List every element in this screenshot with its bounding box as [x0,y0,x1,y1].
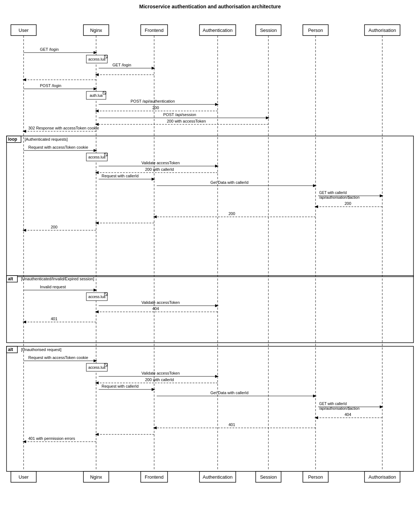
svg-text:access.lua: access.lua [88,295,106,299]
svg-text:Person: Person [308,474,323,480]
svg-text:loop: loop [8,137,17,142]
svg-text:User: User [18,474,29,480]
svg-rect-57 [7,136,413,277]
svg-text:Validate accessToken: Validate accessToken [141,371,180,375]
svg-marker-136 [313,395,317,397]
svg-text:Get Data with callerId: Get Data with callerId [210,391,248,395]
svg-text:Validate accessToken: Validate accessToken [141,161,180,165]
svg-marker-78 [313,184,317,187]
svg-text:Frontend: Frontend [145,28,164,33]
svg-text:[Unauthorised request]: [Unauthorised request] [21,347,61,352]
svg-text:200: 200 [345,201,351,206]
svg-text:GET /login: GET /login [112,63,131,67]
svg-marker-88 [153,215,157,218]
svg-text:[Authenticated requests]: [Authenticated requests] [25,137,68,141]
svg-text:Frontend: Frontend [145,474,164,480]
svg-text:Session: Session [260,474,277,480]
svg-marker-36 [94,87,97,90]
svg-marker-100 [94,289,97,292]
svg-marker-55 [22,130,26,133]
svg-text:200 with callerId: 200 with callerId [145,167,174,172]
svg-text:Request with callerId: Request with callerId [102,384,139,388]
svg-marker-32 [95,73,99,76]
svg-text:200: 200 [228,211,235,216]
svg-marker-91 [95,222,99,224]
svg-marker-107 [215,304,219,307]
svg-marker-93 [22,229,26,232]
svg-text:200: 200 [51,225,57,229]
svg-text:Get Data with callerId: Get Data with callerId [210,180,248,185]
svg-text:access.lua: access.lua [88,155,106,159]
svg-text:GET with callerId: GET with callerId [319,191,347,195]
svg-text:401 with permission errors: 401 with permission errors [28,436,75,441]
svg-text:GET with callerId: GET with callerId [319,402,347,406]
svg-text:POST /api/authentication: POST /api/authentication [131,99,175,103]
svg-marker-49 [266,116,269,119]
svg-marker-149 [95,433,99,436]
svg-marker-151 [22,440,26,443]
svg-marker-133 [152,388,155,391]
svg-text:200: 200 [152,106,159,110]
svg-text:Authentication: Authentication [203,28,232,33]
svg-text:401: 401 [228,422,235,427]
svg-text:Nginx: Nginx [90,474,102,480]
diagram-container: Microservice authentication and authoris… [0,0,420,497]
svg-text:alt: alt [8,347,13,352]
svg-text:Validate accessToken: Validate accessToken [141,300,180,305]
svg-text:POST /login: POST /login [40,83,61,88]
svg-text:Authorisation: Authorisation [368,28,396,33]
svg-marker-127 [215,375,219,378]
svg-marker-69 [215,165,219,168]
svg-marker-29 [152,67,155,70]
svg-marker-81 [380,194,383,197]
svg-text:Invalid request: Invalid request [40,285,66,289]
svg-text:access.lua: access.lua [88,57,106,61]
svg-text:404: 404 [345,412,351,417]
svg-text:Session: Session [260,28,277,33]
svg-marker-75 [152,178,155,181]
svg-text:access.lua: access.lua [88,366,106,370]
svg-marker-146 [153,426,157,429]
svg-text:Request with accessToken cooki: Request with accessToken cookie [28,145,88,149]
diagram-title: Microservice authentication and authoris… [4,4,416,9]
svg-marker-34 [22,78,26,81]
svg-text:POST /api/session: POST /api/session [163,112,196,117]
svg-marker-85 [314,205,318,208]
svg-text:Person: Person [308,28,323,33]
svg-text:200 with callerId: 200 with callerId [145,377,174,382]
svg-marker-43 [215,103,219,106]
svg-text:302 Response with accessToken : 302 Response with accessToken cookie [28,126,99,130]
svg-text:User: User [18,28,29,33]
svg-text:401: 401 [51,317,57,321]
svg-text:200 with accessToken: 200 with accessToken [167,119,206,123]
svg-text:alt: alt [8,276,13,281]
sequence-diagram: User Nginx Frontend Authentication Sessi… [4,15,416,490]
svg-text:[Unauthenticated/Invalid/Expir: [Unauthenticated/Invalid/Expired session… [21,277,94,281]
svg-rect-95 [7,276,413,343]
svg-text:Authentication: Authentication [203,474,232,480]
svg-marker-139 [380,405,383,408]
svg-text:auth.lua: auth.lua [90,94,103,98]
svg-text:Authorisation: Authorisation [368,474,396,480]
svg-text:GET /login: GET /login [40,47,59,51]
svg-text:/api/authorisation/$action: /api/authorisation/$action [319,195,359,199]
svg-text:404: 404 [152,306,159,311]
svg-marker-46 [95,110,99,112]
svg-text:/api/authorisation/$action: /api/authorisation/$action [319,406,359,410]
svg-marker-143 [314,416,318,419]
svg-text:Request with callerId: Request with callerId [102,174,139,178]
svg-marker-52 [95,123,99,126]
svg-marker-72 [95,171,99,174]
svg-marker-110 [95,310,99,313]
svg-text:Request with accessToken cooki: Request with accessToken cookie [28,355,88,360]
svg-marker-120 [94,359,97,362]
svg-marker-22 [94,51,97,54]
svg-marker-130 [95,381,99,384]
svg-marker-113 [22,321,26,323]
svg-text:Nginx: Nginx [90,28,102,33]
svg-marker-62 [94,149,97,152]
